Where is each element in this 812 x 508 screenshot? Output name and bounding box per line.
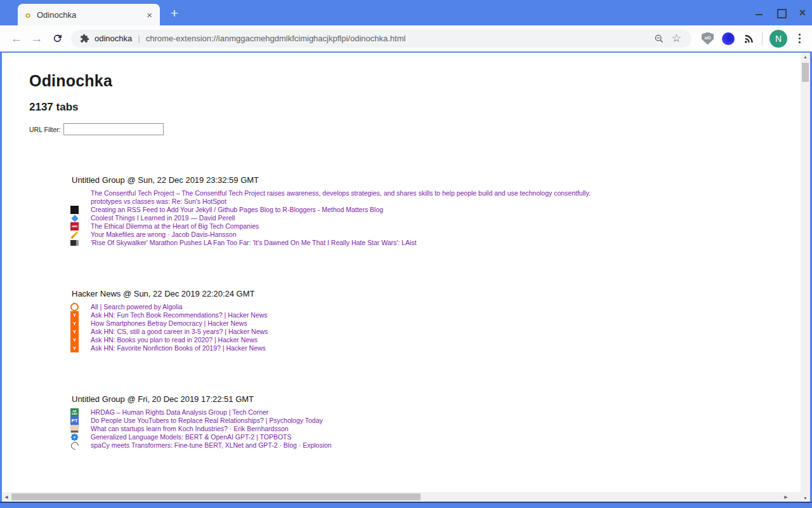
reload-button[interactable]	[47, 33, 67, 44]
tab-row: prototypes vs classes was: Re: Sun's Hot…	[2, 197, 801, 206]
tab-row: Generalized Language Models: BERT & Open…	[2, 433, 801, 441]
zoom-icon[interactable]	[654, 34, 664, 44]
tab-row: YAsk HN: Fun Tech Book Recommendations? …	[2, 311, 801, 319]
tab-link[interactable]: Your Makefiles are wrong · Jacob Davis-H…	[91, 231, 237, 239]
tab-group: Hacker News @ Sun, 22 Dec 2019 22:20:24 …	[2, 289, 801, 352]
vertical-scroll-thumb[interactable]	[802, 63, 809, 82]
tab-group: Untitled Group @ Sun, 22 Dec 2019 23:32:…	[2, 175, 801, 247]
hrdag-favicon: HR DAG	[70, 408, 79, 417]
tab-row: YAsk HN: CS, still a good career in 3-5 …	[2, 328, 801, 336]
hackernews-favicon: Y	[70, 319, 79, 328]
topbots-gear-favicon	[70, 433, 79, 441]
tab-count: 2137 tabs	[29, 101, 801, 114]
forward-button[interactable]: →	[27, 32, 47, 46]
tab-row: YAsk HN: Books you plan to read in 2020?…	[2, 336, 801, 344]
ublock-extension-icon[interactable]: uO	[702, 32, 714, 45]
menu-icon[interactable]	[796, 31, 803, 46]
odinochka-favicon-icon: o	[25, 10, 37, 20]
tab-link[interactable]: Ask HN: Books you plan to read in 2020? …	[91, 336, 258, 344]
reload-icon	[52, 33, 63, 44]
tab-link[interactable]: Ask HN: Fun Tech Book Recommendations? |…	[91, 311, 268, 319]
tab-row: All | Search powered by Algolia	[2, 303, 801, 311]
hackernews-favicon: Y	[70, 328, 79, 336]
toolbar-divider	[762, 32, 763, 45]
group-header: Untitled Group @ Fri, 20 Dec 2019 17:22:…	[2, 394, 801, 404]
psychologytoday-favicon: PT	[70, 417, 79, 425]
tab-row: YHow Smartphones Betray Democracy | Hack…	[2, 319, 801, 328]
tab-link[interactable]: Do People Use YouTubers to Replace Real …	[91, 417, 323, 425]
scroll-up-icon[interactable]: ▲	[801, 53, 810, 62]
tab-link[interactable]: Coolest Things I Learned in 2019 — David…	[91, 214, 235, 222]
tab-link[interactable]: 'Rise Of Skywalker' Marathon Pushes LA F…	[91, 239, 416, 247]
explosion-arc-favicon	[70, 441, 79, 450]
tab-link[interactable]: What can startups learn from Koch Indust…	[91, 425, 289, 433]
rss-extension-icon[interactable]	[743, 33, 754, 44]
tab-link[interactable]: Generalized Language Models: BERT & Open…	[91, 433, 292, 441]
tab-link[interactable]: The Ethical Dilemma at the Heart of Big …	[91, 222, 259, 231]
tab-groups: Untitled Group @ Sun, 22 Dec 2019 23:32:…	[2, 175, 801, 501]
hackernews-favicon: Y	[70, 344, 79, 352]
tab-row: HBRThe Ethical Dilemma at the Heart of B…	[2, 222, 801, 231]
extension-name-chip: odinochka	[95, 34, 132, 43]
url-filter-row: URL Filter:	[29, 123, 801, 135]
titlebar: o Odinochka × + ×	[0, 0, 812, 25]
pencil-favicon	[70, 231, 79, 239]
back-button[interactable]: ←	[6, 32, 27, 46]
bookmark-star-icon[interactable]: ☆	[672, 32, 681, 45]
extension-puzzle-icon	[80, 34, 89, 43]
tab-link[interactable]: How Smartphones Betray Democracy | Hacke…	[91, 319, 247, 328]
browser-tab[interactable]: o Odinochka ×	[18, 4, 160, 25]
browser-window: o Odinochka × + × ← → odinochka | c	[0, 0, 812, 508]
tab-title: Odinochka	[37, 10, 145, 20]
url-separator: |	[138, 34, 140, 43]
minimize-button[interactable]	[755, 8, 764, 17]
window-controls: ×	[755, 4, 807, 22]
tab-group: Untitled Group @ Fri, 20 Dec 2019 17:22:…	[2, 394, 801, 450]
algolia-clock-favicon	[70, 303, 79, 311]
tab-link[interactable]: HRDAG – Human Rights Data Analysis Group…	[91, 408, 268, 417]
group-header: Untitled Group @ Sun, 22 Dec 2019 23:32:…	[2, 175, 801, 185]
url-filter-input[interactable]	[63, 123, 164, 135]
bernhardsson-avatar-favicon	[70, 425, 79, 433]
hbr-favicon: HBR	[70, 222, 79, 231]
tab-link[interactable]: Ask HN: CS, still a good career in 3-5 y…	[91, 328, 268, 336]
tab-link[interactable]: Ask HN: Favorite Nonfiction Books of 201…	[91, 344, 266, 352]
tab-row: 'Rise Of Skywalker' Marathon Pushes LA F…	[2, 239, 801, 247]
horizontal-scroll-thumb[interactable]	[11, 493, 421, 500]
tab-link[interactable]: The Consentful Tech Project – The Consen…	[91, 189, 591, 197]
tab-row: YAsk HN: Favorite Nonfiction Books of 20…	[2, 344, 801, 352]
tab-close-icon[interactable]: ×	[145, 10, 154, 20]
horizontal-scrollbar[interactable]: ◀ ▶	[2, 492, 801, 502]
new-tab-button[interactable]: +	[166, 5, 183, 22]
tab-row: The Consentful Tech Project – The Consen…	[2, 189, 801, 197]
tab-link[interactable]: spaCy meets Transformers: Fine-tune BERT…	[91, 441, 332, 450]
toolbar: ← → odinochka | chrome-extension://ianmg…	[0, 25, 812, 52]
group-header: Hacker News @ Sun, 22 Dec 2019 22:20:24 …	[2, 289, 801, 298]
tab-row: spaCy meets Transformers: Fine-tune BERT…	[2, 441, 801, 450]
tab-link[interactable]: All | Search powered by Algolia	[91, 303, 183, 311]
tab-row: PTDo People Use YouTubers to Replace Rea…	[2, 417, 801, 425]
page-title: Odinochka	[29, 72, 801, 90]
hackernews-favicon: Y	[70, 336, 79, 344]
tab-row: Your Makefiles are wrong · Jacob Davis-H…	[2, 231, 801, 239]
tab-link[interactable]: prototypes vs classes was: Re: Sun's Hot…	[91, 197, 226, 206]
tab-row: What can startups learn from Koch Indust…	[2, 425, 801, 433]
close-window-button[interactable]: ×	[798, 8, 807, 17]
scroll-left-icon[interactable]: ◀	[2, 492, 11, 502]
tab-row: HR DAGHRDAG – Human Rights Data Analysis…	[2, 408, 801, 417]
laist-favicon	[70, 240, 79, 246]
rbloggers-favicon	[70, 206, 79, 214]
tab-row: Creating an RSS Feed to Add Your Jekyll …	[2, 206, 801, 214]
profile-avatar[interactable]: N	[769, 30, 787, 48]
blue-globe-extension-icon[interactable]	[722, 32, 735, 45]
maximize-button[interactable]	[776, 8, 785, 17]
vertical-scrollbar[interactable]: ▲ ▼	[801, 53, 810, 503]
page-content: Odinochka 2137 tabs URL Filter: Untitled…	[2, 53, 801, 502]
blank-favicon	[70, 189, 79, 197]
scroll-right-icon[interactable]: ▶	[782, 492, 790, 502]
window-frame-bottom	[0, 502, 812, 508]
address-bar[interactable]: odinochka | chrome-extension://ianmggacm…	[71, 30, 691, 48]
perell-star-favicon	[70, 214, 79, 222]
tab-link[interactable]: Creating an RSS Feed to Add Your Jekyll …	[91, 206, 383, 214]
tab-row: Coolest Things I Learned in 2019 — David…	[2, 214, 801, 222]
